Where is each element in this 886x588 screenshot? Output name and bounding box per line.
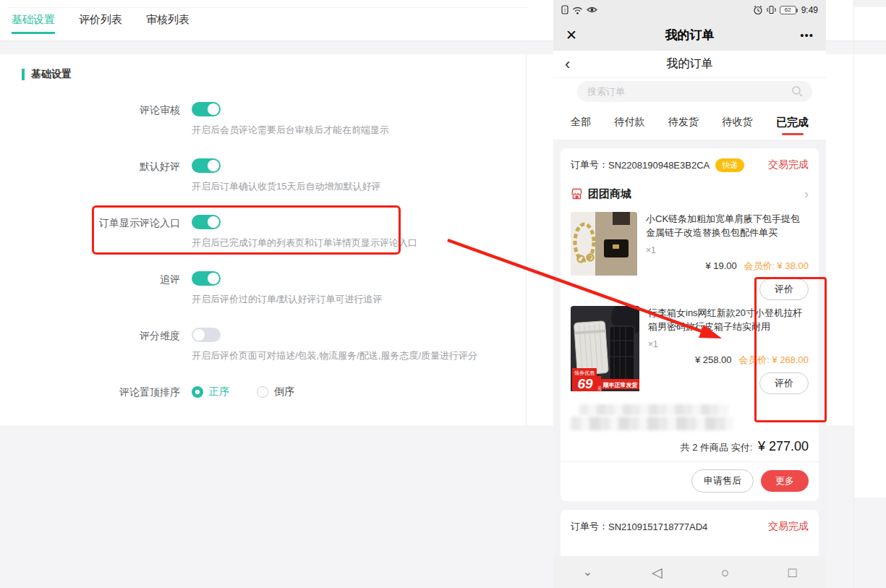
order-status: 交易完成 — [768, 520, 809, 533]
delivery-badge: 快递 — [715, 158, 744, 172]
wechat-page-title: 我的订单 — [553, 27, 826, 43]
status-left-icons: ! — [561, 5, 597, 14]
sticker-number: 69 — [577, 376, 593, 391]
sim-alert-icon: ! — [561, 5, 568, 14]
after-sale-button[interactable]: 申请售后 — [691, 469, 754, 493]
radio-option-ascending[interactable]: 正序 — [192, 385, 229, 399]
store-row[interactable]: 团团商城 › — [571, 182, 809, 206]
tab-basic-settings[interactable]: 基础设置 — [12, 13, 55, 34]
search-placeholder: 搜索订单 — [587, 85, 625, 98]
app-header: ‹ 我的订单 — [553, 51, 826, 78]
radio-label: 倒序 — [274, 385, 294, 399]
settings-form: 评论审核 开启后会员评论需要后台审核后才能在前端显示 默认好评 开启后订单确认收… — [9, 102, 526, 420]
android-navbar: ⌄ ◁ ○ □ — [553, 556, 826, 588]
svg-text:!: ! — [564, 7, 566, 14]
order-sn-label: 订单号： — [571, 520, 608, 533]
more-button[interactable]: 更多 — [761, 470, 809, 492]
radio-unselected-icon[interactable] — [257, 386, 268, 398]
member-price: 会员价: ¥ 38.00 — [744, 260, 809, 271]
admin-tabs: 基础设置 评价列表 审核列表 — [12, 13, 189, 34]
search-input[interactable]: 搜索订单 — [577, 81, 812, 102]
product-price: ¥ 258.00 — [695, 354, 732, 365]
setting-row-top-sort: 评论置顶排序 正序 倒序 — [9, 384, 526, 420]
order-total: 共 2 件商品 实付: ¥ 277.00 — [571, 430, 809, 461]
more-menu-icon[interactable]: ••• — [800, 29, 814, 41]
back-icon[interactable]: ‹ — [565, 57, 570, 72]
sticker-tag-text: 领券优惠 — [574, 370, 595, 376]
hide-navbar-icon[interactable]: ⌄ — [583, 566, 592, 578]
tab-audit-list[interactable]: 审核列表 — [146, 13, 189, 34]
annotation-box-evaluate-buttons — [754, 277, 827, 422]
setting-label: 评论审核 — [9, 102, 192, 138]
vibrate-icon — [767, 5, 776, 14]
right-sliver-top — [854, 0, 886, 7]
alarm-clock-icon — [753, 5, 763, 15]
order-status: 交易完成 — [768, 158, 809, 171]
rating-dimension-toggle[interactable] — [192, 328, 221, 342]
order-sn: SN2208190948E3B2CA — [608, 160, 710, 171]
setting-label: 追评 — [9, 271, 192, 307]
screenshot-stage: 基础设置 评价列表 审核列表 基础设置 评论审核 开启后会员评论需要后台审核后才… — [0, 0, 886, 588]
follow-up-review-toggle[interactable] — [192, 271, 221, 286]
search-icon — [791, 85, 804, 98]
wifi-icon — [572, 6, 583, 14]
eye-icon — [587, 6, 597, 14]
android-back-icon[interactable]: ◁ — [652, 566, 663, 579]
tab-all[interactable]: 全部 — [571, 105, 591, 140]
store-name: 团团商城 — [588, 187, 631, 201]
product-image-luggage: 领券优惠 69 元 顺丰正常发货 — [571, 306, 639, 394]
redacted-line — [571, 417, 733, 430]
wechat-navbar: ✕ 我的订单 ••• — [553, 20, 826, 51]
product-qty: ×1 — [646, 245, 809, 255]
radio-label: 正序 — [209, 385, 229, 399]
android-home-icon[interactable]: ○ — [721, 566, 729, 579]
product-image-bag — [571, 212, 637, 300]
tab-pending-payment[interactable]: 待付款 — [615, 105, 645, 140]
battery-icon: 62 — [780, 6, 796, 14]
order-card: 订单号： SN2109151718777AD4 交易完成 — [561, 510, 819, 556]
comment-audit-toggle[interactable] — [192, 102, 221, 116]
product-title: 小CK链条加粗加宽单肩腋下包手提包金属链子改造替换包包配件单买 — [646, 212, 809, 239]
tab-pending-shipment[interactable]: 待发货 — [668, 105, 699, 140]
order-sn-label: 订单号： — [571, 158, 608, 171]
setting-label: 默认好评 — [9, 158, 192, 195]
top-hairline — [7, 7, 528, 8]
sort-radio-group: 正序 倒序 — [192, 384, 526, 400]
admin-panel-right-edge — [526, 54, 527, 425]
section-title: 基础设置 — [31, 68, 72, 81]
setting-row-follow-up-review: 追评 开启后评价过的订单/默认好评订单可进行追评 — [9, 271, 526, 307]
order-sn: SN2109151718777AD4 — [608, 521, 707, 532]
setting-label: 评论置顶排序 — [9, 384, 192, 420]
setting-row-rating-dimension: 评分维度 开启后评价页面可对描述/包装,物流服务/配送,服务态度/质量进行评分 — [9, 328, 526, 364]
status-bar: ! 62 9:49 — [553, 0, 826, 20]
setting-help: 开启后评价页面可对描述/包装,物流服务/配送,服务态度/质量进行评分 — [192, 349, 526, 362]
search-section: 搜索订单 — [553, 78, 826, 105]
product-price: ¥ 19.00 — [705, 260, 736, 271]
setting-row-default-praise: 默认好评 开启后订单确认收货15天后自动增加默认好评 — [9, 158, 526, 195]
setting-row-comment-audit: 评论审核 开启后会员评论需要后台审核后才能在前端显示 — [9, 102, 526, 138]
section-accent-bar — [22, 69, 25, 80]
radio-option-descending[interactable]: 倒序 — [257, 385, 294, 399]
section-header: 基础设置 — [22, 66, 526, 83]
annotation-box-setting — [92, 205, 401, 255]
tab-completed[interactable]: 已完成 — [776, 105, 809, 140]
setting-label: 评分维度 — [9, 328, 192, 364]
android-recents-icon[interactable]: □ — [788, 566, 796, 579]
store-icon — [571, 188, 583, 200]
redacted-line — [579, 404, 728, 415]
right-sliver-divider — [853, 0, 854, 588]
order-header: 订单号： SN2208190948E3B2CA 快递 交易完成 — [571, 148, 809, 182]
total-prefix: 共 2 件商品 实付: — [681, 442, 753, 453]
setting-help: 开启后会员评论需要后台审核后才能在前端显示 — [192, 124, 526, 137]
tab-pending-receipt[interactable]: 待收货 — [723, 105, 753, 140]
tab-review-list[interactable]: 评价列表 — [79, 13, 122, 34]
setting-help: 开启后评价过的订单/默认好评订单可进行追评 — [192, 293, 526, 306]
status-time: 9:49 — [801, 5, 818, 15]
app-page-title: 我的订单 — [553, 56, 826, 72]
default-praise-toggle[interactable] — [192, 158, 221, 173]
chevron-right-icon: › — [804, 186, 809, 202]
radio-selected-icon[interactable] — [192, 386, 203, 398]
order-header: 订单号： SN2109151718777AD4 交易完成 — [571, 510, 809, 543]
order-actions: 申请售后 更多 — [561, 461, 819, 501]
status-right-icons: 62 9:49 — [753, 5, 818, 15]
